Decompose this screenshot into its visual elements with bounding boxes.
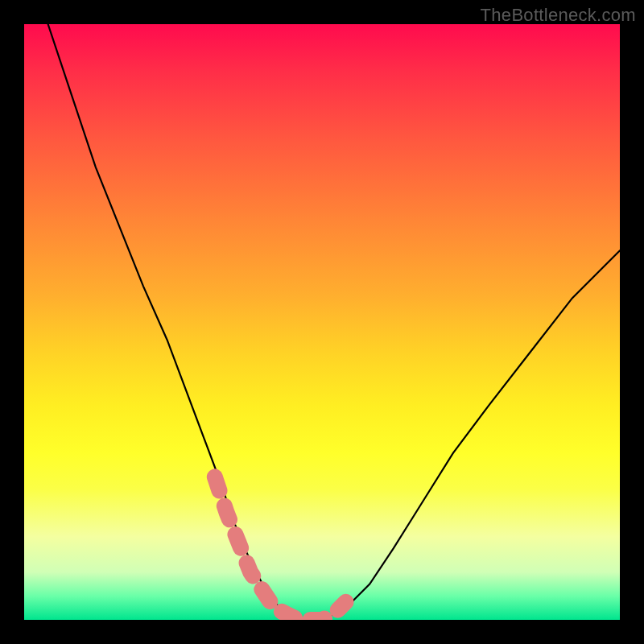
plot-area: [24, 24, 620, 620]
chart-frame: TheBottleneck.com: [0, 0, 644, 644]
highlight-segment: [215, 477, 346, 620]
watermark-text: TheBottleneck.com: [481, 5, 636, 26]
main-curve: [48, 24, 620, 620]
curve-svg: [24, 24, 620, 620]
